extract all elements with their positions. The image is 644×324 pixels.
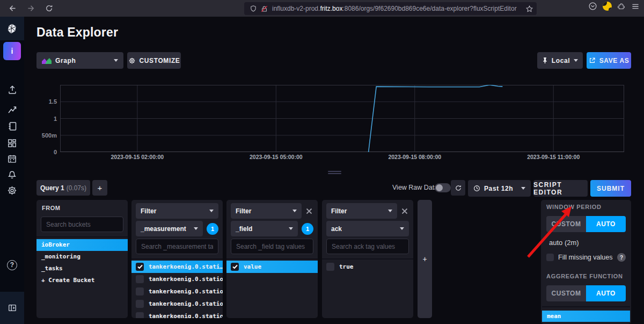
extensions-icon[interactable] (617, 2, 626, 11)
sidebar-item-dashboards[interactable] (0, 135, 24, 151)
remove-filter-button[interactable] (400, 207, 409, 215)
checkbox-unchecked[interactable] (136, 312, 144, 318)
tag-key-dropdown[interactable]: ack (326, 221, 409, 236)
back-button[interactable] (5, 2, 19, 15)
bucket-item[interactable]: ioBroker (36, 239, 128, 251)
add-query-button[interactable]: + (92, 180, 107, 196)
bookmark-star-icon[interactable] (525, 5, 533, 13)
bucket-search-input[interactable] (41, 217, 123, 232)
bucket-item[interactable]: + Create Bucket (36, 275, 128, 286)
add-filter-card[interactable]: + (418, 200, 432, 318)
window-period-segmented: CUSTOM AUTO (546, 216, 626, 232)
filter-type-label: Filter (141, 207, 156, 215)
tag-value-row[interactable]: tankerkoenig.0.stati… (131, 261, 223, 273)
tag-value-row[interactable]: tankerkoenig.0.statio… (131, 310, 223, 318)
sidebar-item-data-explorer[interactable] (0, 102, 24, 118)
checkbox-unchecked[interactable] (136, 300, 144, 308)
reload-button[interactable] (42, 2, 56, 15)
window-auto-button[interactable]: AUTO (586, 216, 626, 232)
fill-missing-checkbox[interactable] (546, 254, 554, 261)
user-avatar[interactable]: i (3, 42, 21, 60)
gear-icon (128, 57, 136, 64)
chevron-down-icon (114, 59, 118, 62)
aggregate-custom-button[interactable]: CUSTOM (546, 285, 586, 301)
menu-icon[interactable] (631, 2, 640, 11)
refresh-button[interactable] (451, 180, 465, 196)
sidebar-item-alerts[interactable] (0, 166, 24, 182)
help-icon: ? (7, 260, 17, 270)
chevron-down-icon (292, 210, 297, 212)
shield-icon[interactable] (250, 5, 257, 12)
sidebar-item-help[interactable]: ? (0, 257, 24, 273)
calendar-icon (7, 154, 17, 164)
sidebar-item-tasks[interactable] (0, 150, 24, 167)
tag-value-row[interactable]: value (226, 261, 318, 273)
checkbox-checked[interactable] (231, 263, 239, 271)
x-tick-label: 2023-09-15 08:00:00 (377, 154, 452, 160)
timezone-dropdown[interactable]: Local (537, 52, 583, 69)
chevron-down-icon (574, 59, 578, 62)
time-range-dropdown[interactable]: Past 12h (468, 180, 531, 197)
filter-type-dropdown[interactable]: Filter (326, 203, 397, 219)
help-badge[interactable]: ? (617, 253, 626, 262)
tag-value-row[interactable]: tankerkoenig.0.statio… (131, 273, 223, 285)
query-tab[interactable]: Query 1 (0.07s) (36, 180, 90, 196)
view-raw-data-toggle[interactable] (435, 183, 451, 192)
window-period-label: WINDOW PERIOD (546, 204, 626, 210)
tag-value-search-input[interactable] (326, 239, 409, 254)
toggle-knob (436, 184, 443, 191)
remove-filter-button[interactable] (305, 207, 313, 215)
tag-value-search-input[interactable] (136, 239, 218, 254)
aggregate-auto-button[interactable]: AUTO (586, 285, 626, 301)
save-as-label: SAVE AS (599, 57, 630, 64)
chart-plot-area[interactable] (60, 85, 624, 152)
auto-window-value: auto (2m) (549, 239, 626, 247)
aggregate-function-selected[interactable]: mean (542, 311, 630, 322)
aggregate-function-label: AGGREGATE FUNCTION (546, 273, 626, 279)
chevron-down-icon (194, 227, 198, 230)
bucket-item[interactable]: _monitoring (36, 251, 128, 263)
x-tick-label: 2023-09-15 05:00:00 (238, 154, 313, 160)
pocket-icon[interactable] (588, 2, 597, 11)
customize-button[interactable]: CUSTOMIZE (127, 52, 181, 69)
filter-type-dropdown[interactable]: Filter (136, 203, 218, 219)
forward-button[interactable] (24, 2, 38, 15)
tag-value-row[interactable]: tankerkoenig.0.statio… (131, 285, 223, 298)
tag-value-list: tankerkoenig.0.stati…tankerkoenig.0.stat… (131, 260, 223, 318)
notebook-icon (7, 121, 18, 132)
tag-value-label: value (244, 263, 261, 270)
insecure-lock-icon[interactable] (261, 5, 268, 12)
tag-value-search-input[interactable] (231, 239, 313, 254)
account-extension-icon[interactable] (603, 2, 612, 11)
script-editor-label: SCRIPT EDITOR (533, 181, 588, 196)
save-as-button[interactable]: SAVE AS (587, 52, 631, 69)
sidebar-item-notebooks[interactable] (0, 118, 24, 134)
checkbox-unchecked[interactable] (326, 263, 334, 271)
tag-key-label: _field (236, 225, 252, 233)
sidebar-collapse-button[interactable] (0, 292, 24, 324)
window-custom-button[interactable]: CUSTOM (546, 216, 586, 232)
from-title: FROM (42, 205, 123, 211)
submit-button[interactable]: SUBMIT (590, 180, 631, 197)
y-tick-label: 500m (36, 132, 57, 139)
resize-handle[interactable] (328, 171, 341, 175)
area-chart-icon (42, 57, 52, 64)
bucket-list: ioBroker_monitoring_tasks+ Create Bucket (36, 237, 128, 286)
checkbox-unchecked[interactable] (136, 287, 144, 296)
tag-key-dropdown[interactable]: _measurement (136, 221, 203, 236)
filter-card: Filter _measurement 1 tankerkoenig.0.sta… (131, 200, 223, 318)
checkbox-checked[interactable] (136, 263, 144, 271)
script-editor-button[interactable]: SCRIPT EDITOR (533, 180, 588, 197)
sidebar-item-settings[interactable] (0, 182, 24, 198)
influxdb-logo[interactable] (0, 17, 24, 40)
filter-type-dropdown[interactable]: Filter (231, 203, 302, 219)
tag-value-row[interactable]: true (322, 261, 413, 273)
visualization-type-dropdown[interactable]: Graph (36, 52, 123, 69)
filter-type-label: Filter (236, 207, 251, 215)
checkbox-unchecked[interactable] (136, 275, 144, 283)
bucket-item[interactable]: _tasks (36, 263, 128, 275)
tag-value-row[interactable]: tankerkoenig.0.statio… (131, 298, 223, 310)
tag-key-dropdown[interactable]: _field (231, 221, 298, 236)
sidebar-item-load-data[interactable] (0, 82, 24, 98)
url-bar[interactable]: influxdb-v2-prod.fritz.box:8086/orgs/9f6… (244, 2, 537, 15)
